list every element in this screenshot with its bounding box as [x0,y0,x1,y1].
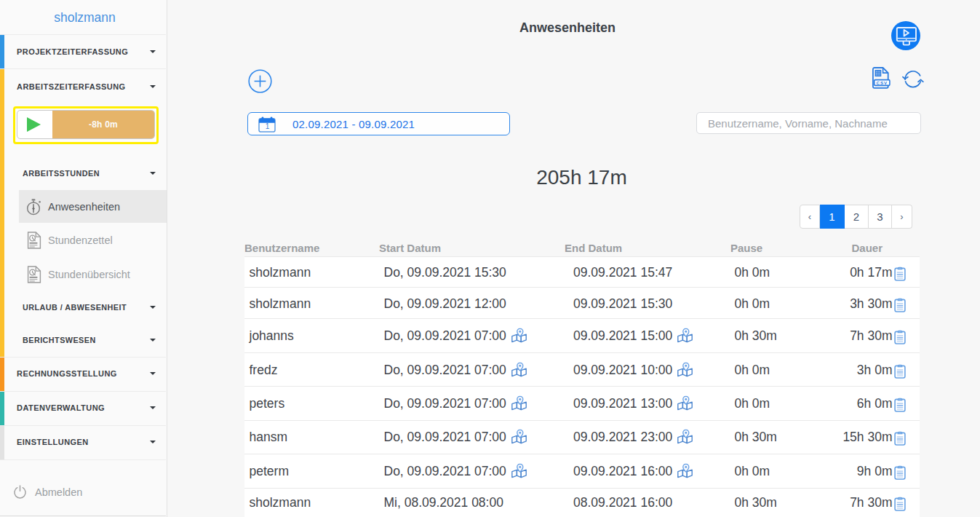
svg-text:1: 1 [266,122,270,130]
svg-text:CSV: CSV [876,80,887,85]
